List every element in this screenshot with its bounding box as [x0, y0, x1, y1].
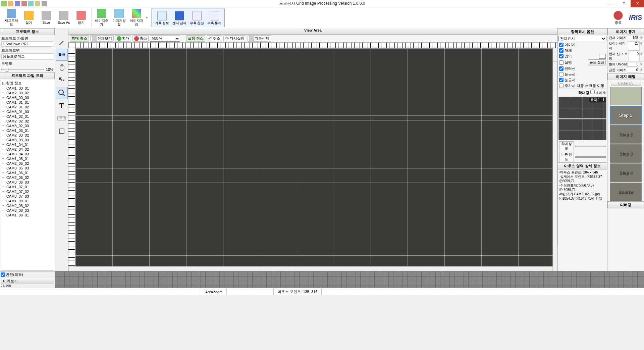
- thumb-step2[interactable]: Step 2: [610, 125, 642, 144]
- maximize-button[interactable]: ◻: [617, 0, 631, 7]
- chk-outline[interactable]: [590, 90, 595, 94]
- tree-item[interactable]: CAM1_03_01: [1, 128, 54, 133]
- opacity-slider[interactable]: [1, 69, 44, 70]
- qat-icon[interactable]: [21, 1, 27, 6]
- qat-open-icon[interactable]: [8, 1, 13, 6]
- tree-item[interactable]: CAM1_07_01: [1, 185, 54, 189]
- chk-desc[interactable]: [559, 60, 564, 65]
- chk-autoscroll[interactable]: [559, 84, 564, 88]
- qat-save-icon[interactable]: [15, 1, 20, 6]
- tree-item[interactable]: CAM2_05_02: [1, 161, 54, 166]
- cache-button[interactable]: Cache 1/5: [611, 81, 641, 86]
- qat-new-icon[interactable]: [1, 1, 7, 6]
- right-stats-button[interactable]: 우측 통계: [206, 8, 222, 27]
- center-all-button[interactable]: 센터 전체: [171, 8, 187, 27]
- tree-item[interactable]: CAM2_00_02: [1, 91, 54, 95]
- tree-item[interactable]: CAM1_04_01: [1, 142, 54, 147]
- tree-item[interactable]: CAM3_00_03: [1, 95, 54, 100]
- tree-item[interactable]: CAM1_06_01: [1, 170, 54, 175]
- ruler-tool[interactable]: [56, 112, 68, 124]
- tree-item[interactable]: CAM2_02_02: [1, 119, 54, 123]
- thumb-source[interactable]: Source: [610, 183, 642, 201]
- tree-item[interactable]: CAM3_04_03: [1, 152, 54, 156]
- zoom-in-button[interactable]: 확대: [115, 35, 131, 42]
- tree-item[interactable]: CAM1_01_01: [1, 100, 54, 105]
- image-add-button[interactable]: 이미지추가: [94, 8, 110, 27]
- new-project-button[interactable]: 새프로젝트: [3, 8, 19, 27]
- chk-center[interactable]: [559, 66, 564, 71]
- preview-content[interactable]: [55, 271, 644, 288]
- thumb-step1[interactable]: Step 1: [610, 106, 642, 124]
- scrollbar-vertical[interactable]: [553, 61, 557, 246]
- clear-history-button[interactable]: 기록삭제: [248, 35, 271, 42]
- canvas[interactable]: [75, 48, 553, 266]
- chk-grid[interactable]: [559, 72, 564, 77]
- thumb-step3[interactable]: Step 3: [610, 144, 642, 163]
- tree-item[interactable]: CAM1_08_01: [1, 199, 54, 203]
- open-button[interactable]: 열기: [21, 8, 37, 27]
- tree-item[interactable]: CAM3_03_03: [1, 138, 54, 142]
- tree-item[interactable]: CAM2_06_02: [1, 175, 54, 180]
- zoom-select[interactable]: 963 %: [150, 36, 180, 42]
- tree-item[interactable]: CAM1_00_01: [1, 86, 54, 91]
- project-info-header: 프로젝트 정보: [0, 28, 55, 35]
- qat-icon[interactable]: [28, 1, 34, 6]
- pen-tool[interactable]: [56, 36, 68, 48]
- tree-item[interactable]: CAM2_08_02: [1, 203, 54, 208]
- project-tree[interactable]: -촬영 정보 CAM1_00_01CAM2_00_02CAM3_00_03CAM…: [1, 80, 54, 270]
- chk-ruler[interactable]: [559, 78, 564, 82]
- tree-item[interactable]: CAM3_02_03: [1, 123, 54, 128]
- mouse-info: -마우스 포인트: 284 x 346 -실제에서 포인트: ⓧ6678,37 …: [558, 169, 607, 201]
- undo-button[interactable]: ↶취소: [207, 35, 222, 42]
- preview-count: 27/198: [1, 284, 54, 288]
- text-tool[interactable]: T: [56, 100, 68, 112]
- tree-item[interactable]: CAM3_06_03: [1, 180, 54, 185]
- toolbar-label[interactable]: 툴바: [56, 49, 68, 61]
- tree-item[interactable]: CAM3_01_03: [1, 109, 54, 114]
- zoom-out-button[interactable]: 축소: [132, 35, 149, 42]
- save-button[interactable]: Save: [38, 8, 54, 27]
- right-option-button[interactable]: 우측 옵션: [189, 8, 205, 27]
- tree-item[interactable]: CAM2_03_02: [1, 133, 54, 138]
- tree-item[interactable]: CAM1_02_01: [1, 114, 54, 119]
- redo-button[interactable]: ↷다시실행: [223, 35, 246, 42]
- move-tool[interactable]: [56, 74, 68, 86]
- tree-item[interactable]: CAM2_07_02: [1, 189, 54, 194]
- thumb-preview[interactable]: [610, 87, 642, 105]
- close-project-button[interactable]: 닫기: [73, 8, 89, 27]
- tree-item[interactable]: CAM3_08_03: [1, 208, 54, 213]
- qat-icon[interactable]: [42, 1, 47, 6]
- image-save-button[interactable]: 이미지저장: [128, 8, 145, 27]
- tree-root[interactable]: -촬영 정보: [1, 80, 54, 86]
- chk-reverse[interactable]: [1, 272, 5, 277]
- scrollbar-horizontal[interactable]: [68, 266, 553, 271]
- tree-item[interactable]: CAM3_05_03: [1, 166, 54, 170]
- view-all-button[interactable]: 전체보기: [90, 35, 114, 42]
- zoom-tool[interactable]: [56, 87, 68, 99]
- tree-item[interactable]: CAM2_01_02: [1, 105, 54, 109]
- save-as-button[interactable]: Save As: [56, 8, 72, 27]
- preview-strip: 반전(외곽) 미리보기 27/198: [0, 271, 644, 288]
- minimize-button[interactable]: —: [604, 0, 617, 7]
- view-toolbar: 확대 축소 전체보기 확대 축소 963 % 실행 취소 ↶취소 ↷다시실행 기…: [68, 35, 557, 43]
- tree-item[interactable]: CAM1_09_01: [1, 213, 54, 217]
- chk-image[interactable]: [559, 43, 564, 47]
- tree-item[interactable]: CAM2_04_02: [1, 147, 54, 152]
- tree-item[interactable]: CAM1_05_01: [1, 156, 54, 161]
- grid-slider[interactable]: [575, 156, 606, 158]
- hand-tool[interactable]: [56, 61, 68, 73]
- exit-button[interactable]: 종료: [610, 8, 626, 27]
- zoom-slider[interactable]: [575, 146, 606, 147]
- close-button[interactable]: ✕: [631, 0, 644, 7]
- display-select[interactable]: 전체표시: [558, 36, 606, 41]
- tree-item[interactable]: CAM3_07_03: [1, 194, 54, 199]
- rect-tool[interactable]: [56, 125, 68, 137]
- qat-icon[interactable]: [35, 1, 40, 6]
- chk-area[interactable]: [559, 54, 564, 58]
- chk-object[interactable]: [559, 48, 564, 53]
- image-align-button[interactable]: 이미지정렬: [111, 8, 127, 27]
- font-settings-button[interactable]: 폰트 설정: [588, 59, 606, 65]
- left-info-button[interactable]: 좌측 정보: [154, 8, 170, 27]
- area-color[interactable]: [599, 54, 606, 59]
- thumb-step4[interactable]: Step 4: [610, 163, 642, 182]
